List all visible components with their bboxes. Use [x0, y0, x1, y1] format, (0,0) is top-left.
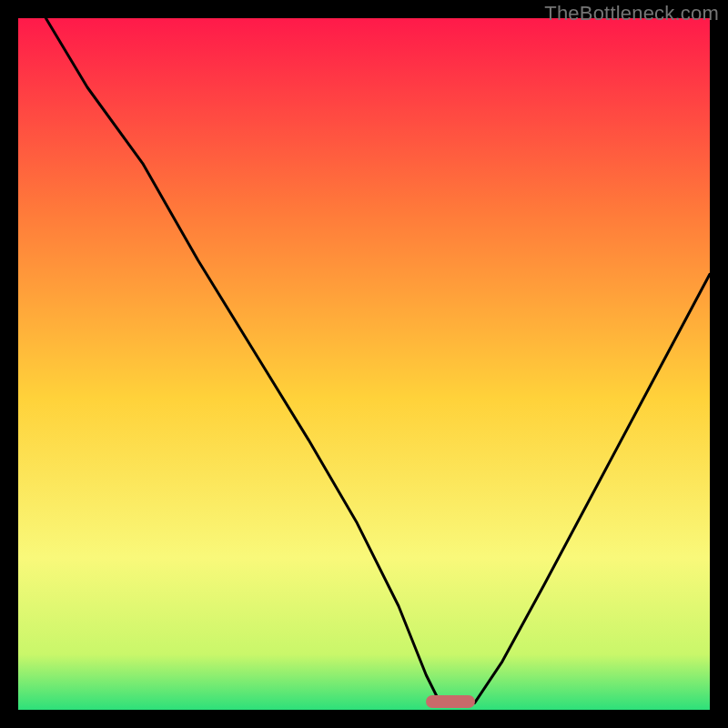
chart-frame: TheBottleneck.com	[0, 0, 728, 728]
bottleneck-curve	[18, 18, 710, 710]
watermark-text: TheBottleneck.com	[544, 2, 719, 25]
optimal-marker	[426, 695, 474, 708]
plot-area	[18, 18, 710, 710]
